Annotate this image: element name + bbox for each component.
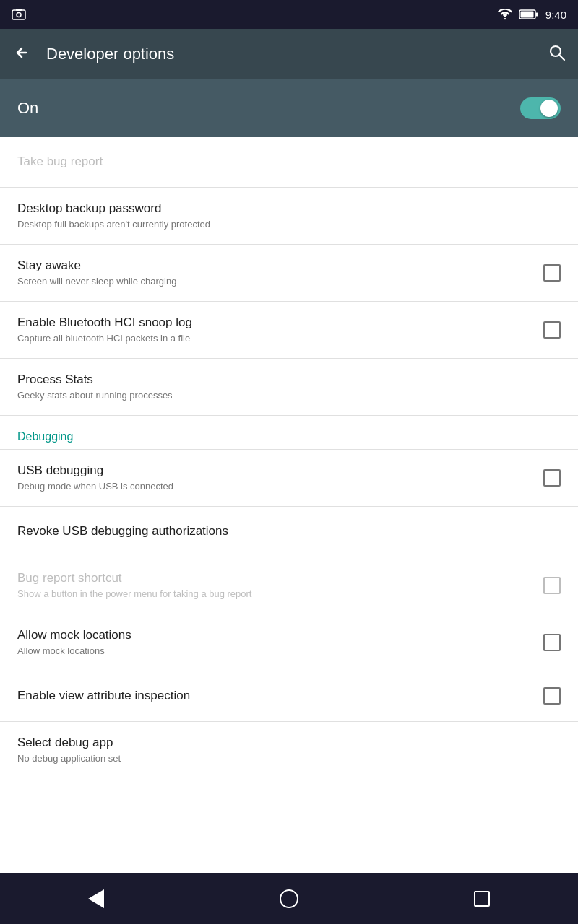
process-stats-subtitle: Geeky stats about running processes [17, 390, 561, 402]
developer-options-toggle-header: On [0, 79, 578, 137]
debugging-label: Debugging [17, 430, 73, 443]
recents-square-icon [474, 891, 490, 907]
stay-awake-checkbox[interactable] [543, 264, 561, 282]
toggle-thumb [540, 100, 558, 117]
status-bar-right: 9:40 [498, 9, 566, 21]
status-time: 9:40 [545, 9, 566, 21]
allow-mock-locations-item[interactable]: Allow mock locations Allow mock location… [0, 614, 578, 671]
take-bug-report-text: Take bug report [17, 154, 561, 170]
usb-debugging-text: USB debugging Debug mode when USB is con… [17, 463, 532, 493]
battery-icon [519, 9, 538, 19]
bluetooth-hci-snoop-checkbox[interactable] [543, 321, 561, 339]
app-bar: Developer options [0, 29, 578, 79]
process-stats-text: Process Stats Geeky stats about running … [17, 372, 561, 402]
process-stats-item[interactable]: Process Stats Geeky stats about running … [0, 359, 578, 416]
developer-options-toggle[interactable] [520, 97, 561, 119]
enable-view-attribute-inspection-title: Enable view attribute inspection [17, 688, 532, 704]
take-bug-report-title: Take bug report [17, 154, 561, 170]
allow-mock-locations-title: Allow mock locations [17, 627, 532, 643]
select-debug-app-text: Select debug app No debug application se… [17, 735, 561, 765]
nav-bar [0, 873, 578, 924]
debugging-section-header: Debugging [0, 416, 578, 450]
svg-rect-0 [12, 10, 25, 19]
revoke-usb-debugging-item[interactable]: Revoke USB debugging authorizations [0, 507, 578, 557]
bug-report-shortcut-item[interactable]: Bug report shortcut Show a button in the… [0, 557, 578, 614]
desktop-backup-password-subtitle: Desktop full backups aren't currently pr… [17, 219, 561, 231]
nav-recents-button[interactable] [474, 891, 490, 907]
usb-debugging-item[interactable]: USB debugging Debug mode when USB is con… [0, 450, 578, 507]
bug-report-shortcut-text: Bug report shortcut Show a button in the… [17, 570, 532, 601]
search-button[interactable] [548, 43, 566, 65]
revoke-usb-debugging-text: Revoke USB debugging authorizations [17, 523, 561, 539]
bug-report-shortcut-subtitle: Show a button in the power menu for taki… [17, 588, 532, 601]
screenshot-icon [12, 9, 26, 20]
desktop-backup-password-title: Desktop backup password [17, 201, 561, 217]
allow-mock-locations-subtitle: Allow mock locations [17, 645, 532, 658]
allow-mock-locations-text: Allow mock locations Allow mock location… [17, 627, 532, 658]
revoke-usb-debugging-title: Revoke USB debugging authorizations [17, 523, 561, 539]
home-circle-icon [280, 889, 298, 908]
select-debug-app-item[interactable]: Select debug app No debug application se… [0, 722, 578, 778]
usb-debugging-checkbox[interactable] [543, 469, 561, 487]
bluetooth-hci-snoop-subtitle: Capture all bluetooth HCI packets in a f… [17, 333, 532, 345]
bluetooth-hci-snoop-title: Enable Bluetooth HCI snoop log [17, 315, 532, 331]
bluetooth-hci-snoop-item[interactable]: Enable Bluetooth HCI snoop log Capture a… [0, 302, 578, 359]
svg-rect-2 [16, 9, 22, 11]
back-triangle-icon [88, 889, 104, 908]
desktop-backup-password-text: Desktop backup password Desktop full bac… [17, 201, 561, 231]
page-title: Developer options [46, 45, 533, 64]
nav-back-button[interactable] [88, 889, 104, 908]
enable-view-attribute-inspection-item[interactable]: Enable view attribute inspection [0, 671, 578, 722]
status-bar-left [12, 9, 26, 20]
stay-awake-subtitle: Screen will never sleep while charging [17, 276, 532, 288]
select-debug-app-subtitle: No debug application set [17, 753, 561, 765]
nav-home-button[interactable] [280, 889, 298, 908]
stay-awake-title: Stay awake [17, 258, 532, 274]
back-button[interactable] [12, 43, 32, 66]
svg-line-7 [560, 56, 565, 61]
usb-debugging-subtitle: Debug mode when USB is connected [17, 481, 532, 493]
bluetooth-hci-snoop-text: Enable Bluetooth HCI snoop log Capture a… [17, 315, 532, 345]
bug-report-shortcut-checkbox[interactable] [543, 577, 561, 594]
svg-rect-5 [535, 13, 538, 17]
status-bar: 9:40 [0, 0, 578, 29]
bug-report-shortcut-title: Bug report shortcut [17, 570, 532, 586]
settings-content: Take bug report Desktop backup password … [0, 137, 578, 873]
toggle-label: On [17, 99, 38, 118]
enable-view-attribute-inspection-text: Enable view attribute inspection [17, 688, 532, 704]
enable-view-attribute-inspection-checkbox[interactable] [543, 687, 561, 705]
take-bug-report-item[interactable]: Take bug report [0, 137, 578, 188]
stay-awake-item[interactable]: Stay awake Screen will never sleep while… [0, 245, 578, 302]
desktop-backup-password-item[interactable]: Desktop backup password Desktop full bac… [0, 188, 578, 245]
usb-debugging-title: USB debugging [17, 463, 532, 479]
svg-point-1 [17, 13, 21, 17]
process-stats-title: Process Stats [17, 372, 561, 388]
stay-awake-text: Stay awake Screen will never sleep while… [17, 258, 532, 288]
wifi-icon [498, 9, 512, 20]
select-debug-app-title: Select debug app [17, 735, 561, 751]
allow-mock-locations-checkbox[interactable] [543, 634, 561, 651]
svg-rect-4 [520, 12, 533, 18]
